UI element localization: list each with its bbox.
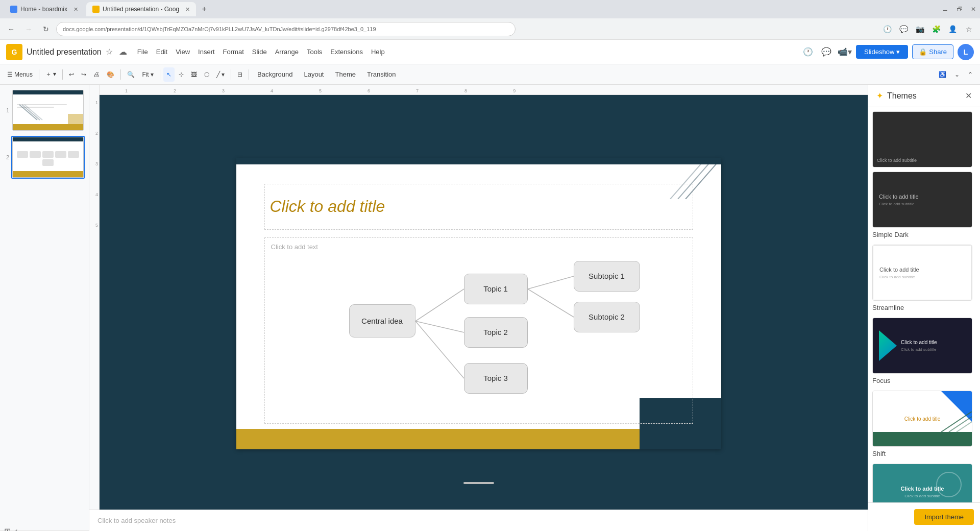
tab-boardmix[interactable]: Home - boardmix ✕ — [4, 2, 84, 16]
menu-edit[interactable]: Edit — [152, 46, 172, 58]
thumb2-box-2 — [30, 151, 41, 158]
speaker-notes[interactable]: Click to add speaker notes — [89, 510, 868, 531]
menu-tools[interactable]: Tools — [303, 46, 326, 58]
theme-item-teal[interactable]: Click to add title Click to add subtitle — [872, 464, 976, 502]
mindmap-central-label: Central idea — [361, 317, 403, 325]
slide-2-thumbnail[interactable] — [11, 136, 85, 179]
new-tab-button[interactable]: + — [198, 3, 210, 15]
thumb2-header — [13, 137, 83, 141]
grid-view-button[interactable]: ⊞ — [4, 526, 11, 532]
panel-collapse-button[interactable]: ‹ — [15, 526, 17, 531]
line-tool-button[interactable]: ╱ ▾ — [213, 67, 228, 82]
back-button[interactable]: ← — [4, 22, 18, 36]
thumb2-box-1 — [17, 151, 28, 158]
minimize-button[interactable]: 🗕 — [942, 6, 948, 13]
theme-item-streamline[interactable]: Click to add title Click to add subtitle… — [872, 245, 976, 316]
tab-slides[interactable]: Untitled presentation - Goog ✕ — [86, 2, 196, 16]
canvas-scroll: 1 2 3 4 5 1 2 3 4 5 6 7 8 9 — [89, 85, 868, 510]
share-button[interactable]: 🔒 Share — [912, 44, 953, 59]
themes-close-button[interactable]: ✕ — [965, 91, 972, 101]
theme-simple-dark-inner: Click to add title Click to add subtitle — [873, 172, 972, 227]
expand-button[interactable]: ⌃ — [965, 67, 976, 82]
camera-icon[interactable]: 📷 — [913, 22, 927, 36]
svg-line-6 — [415, 289, 464, 321]
extension-icon[interactable]: 🧩 — [929, 22, 943, 36]
star-bookmark-icon[interactable]: ☆ — [962, 22, 976, 36]
profile-icon[interactable]: 👤 — [945, 22, 960, 36]
slide-2-image — [12, 137, 84, 178]
import-theme-button[interactable]: Import theme — [914, 509, 974, 525]
print-button[interactable]: 🖨 — [90, 67, 103, 82]
app-title[interactable]: Untitled presentation — [27, 47, 102, 57]
select-tool-button[interactable]: ⊹ — [176, 67, 187, 82]
image-insert-button[interactable]: 🖼 — [188, 67, 200, 82]
tab-close-boardmix[interactable]: ✕ — [74, 6, 78, 13]
zoom-dropdown-icon: ▾ — [151, 71, 154, 78]
shapes-button[interactable]: ⬡ — [201, 67, 212, 82]
theme-item-partial[interactable]: Click to add subtitle — [872, 111, 976, 170]
theme-preview-streamline: Click to add title Click to add subtitle — [872, 245, 972, 301]
menu-extensions[interactable]: Extensions — [326, 46, 367, 58]
content-box[interactable]: Click to add text — [264, 237, 693, 424]
tab-close-slides[interactable]: ✕ — [185, 6, 190, 13]
mindmap-central-box[interactable]: Central idea — [349, 304, 415, 337]
present-options-icon[interactable]: 📹▾ — [838, 45, 852, 59]
theme-item-simple-dark[interactable]: Click to add title Click to add subtitle… — [872, 172, 976, 243]
mindmap-topic1-box[interactable]: Topic 1 — [464, 274, 528, 304]
menus-button[interactable]: ☰ Menus — [4, 67, 36, 82]
theme-preview-simple-dark: Click to add title Click to add subtitle — [872, 172, 972, 228]
accessibility-button[interactable]: ♿ — [936, 67, 949, 82]
comment-icon[interactable]: 💬 — [896, 22, 911, 36]
cursor-tool-button[interactable]: ↖ — [163, 67, 175, 82]
mindmap-subtopic2-box[interactable]: Subtopic 2 — [574, 302, 640, 332]
menu-view[interactable]: View — [172, 46, 194, 58]
mindmap-topic3-box[interactable]: Topic 3 — [464, 363, 528, 394]
history-icon[interactable]: 🕐 — [880, 22, 894, 36]
background-button[interactable]: Background — [252, 67, 298, 82]
collapse-button[interactable]: ⌄ — [951, 67, 963, 82]
theme-shift-lines-svg — [931, 412, 972, 432]
menu-arrange[interactable]: Arrange — [271, 46, 303, 58]
lock-icon: 🔒 — [919, 48, 927, 56]
address-input[interactable]: docs.google.com/presentation/d/1QWsbjTrE… — [56, 22, 516, 36]
menu-file[interactable]: File — [133, 46, 152, 58]
close-button[interactable]: ✕ — [971, 6, 976, 13]
zoom-label-button[interactable]: Fit ▾ — [139, 67, 156, 82]
title-box[interactable]: Click to add title — [264, 184, 693, 230]
comment-action-icon[interactable]: 💬 — [819, 45, 834, 59]
speaker-notes-placeholder: Click to add speaker notes — [97, 517, 176, 524]
slide-1-thumbnail[interactable] — [11, 89, 85, 132]
layout-button[interactable]: Layout — [299, 67, 329, 82]
history-action-icon[interactable]: 🕐 — [801, 45, 815, 59]
svg-line-8 — [415, 321, 464, 378]
theme-item-focus[interactable]: Click to add title Click to add subtitle… — [872, 318, 976, 389]
menu-format[interactable]: Format — [219, 46, 248, 58]
redo-button[interactable]: ↪ — [78, 67, 89, 82]
transition-button[interactable]: Transition — [362, 67, 401, 82]
theme-streamline-sub: Click to add subtitle — [879, 275, 965, 279]
menu-slide[interactable]: Slide — [248, 46, 271, 58]
undo-button[interactable]: ↩ — [66, 67, 77, 82]
theme-button[interactable]: Theme — [330, 67, 361, 82]
reload-button[interactable]: ↻ — [39, 22, 53, 36]
mindmap-topic2-box[interactable]: Topic 2 — [464, 317, 528, 348]
toolbar-separator-5 — [231, 69, 231, 80]
menu-help[interactable]: Help — [367, 46, 389, 58]
maximize-button[interactable]: 🗗 — [957, 6, 963, 13]
menu-insert[interactable]: Insert — [194, 46, 219, 58]
text-box-button[interactable]: ⊟ — [234, 67, 246, 82]
zoom-button[interactable]: 🔍 — [124, 67, 138, 82]
cloud-button[interactable]: ☁ — [117, 46, 129, 58]
star-button[interactable]: ☆ — [104, 46, 115, 58]
paint-format-button[interactable]: 🎨 — [104, 67, 117, 82]
mindmap-subtopic1-box[interactable]: Subtopic 1 — [574, 261, 640, 292]
slide-canvas[interactable]: Click to add title Click to add text — [236, 158, 721, 449]
avatar[interactable]: L — [958, 44, 974, 60]
add-slide-button[interactable]: ＋ ▾ — [42, 67, 59, 82]
zoom-value: Fit — [142, 71, 149, 78]
themes-panel: ✦ Themes ✕ Click to add subtitle Click t… — [868, 85, 980, 531]
theme-item-shift[interactable]: Click to add title Shift — [872, 391, 976, 462]
slideshow-button[interactable]: Slideshow ▾ — [856, 45, 908, 59]
toolbar-separator-2 — [62, 69, 63, 80]
forward-button[interactable]: → — [21, 22, 36, 36]
